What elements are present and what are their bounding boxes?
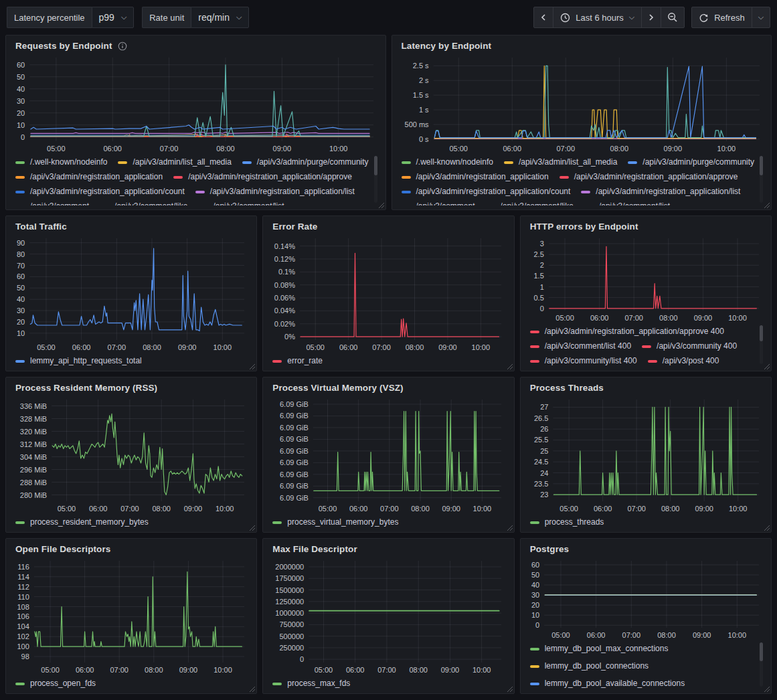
legend-item[interactable]: /api/v3/comment/list bbox=[198, 201, 284, 205]
legend-item[interactable]: /api/v3/admin/registration_application/c… bbox=[402, 186, 571, 197]
rate-unit-select[interactable]: req/min ⌵ bbox=[191, 7, 249, 28]
svg-text:06:00: 06:00 bbox=[346, 666, 365, 674]
panel-title[interactable]: Postgres bbox=[530, 544, 570, 554]
panel-title[interactable]: HTTP errors by Endpoint bbox=[530, 222, 638, 232]
legend-item[interactable]: /api/v3/admin/registration_application/l… bbox=[195, 186, 355, 197]
time-series-chart[interactable]: 00.511.522.5305:0006:0007:0008:0009:0010… bbox=[527, 233, 764, 324]
svg-text:26: 26 bbox=[540, 425, 548, 433]
panel-legend: process_threads bbox=[527, 515, 764, 528]
legend-item[interactable]: process_resident_memory_bytes bbox=[15, 517, 149, 528]
panel-resize-handle[interactable] bbox=[248, 523, 256, 531]
legend-item[interactable]: lemmy_db_pool_connections bbox=[530, 661, 649, 672]
legend-item[interactable]: process_threads bbox=[530, 517, 604, 528]
time-series-chart[interactable]: 010203040506005:0006:0007:0008:0009:0010… bbox=[527, 555, 764, 641]
svg-text:0: 0 bbox=[539, 304, 543, 313]
legend-swatch bbox=[504, 161, 513, 164]
panel-resize-handle[interactable] bbox=[505, 685, 513, 693]
svg-text:09:00: 09:00 bbox=[442, 505, 461, 513]
legend-label: /api/v3/admin/list_all_media bbox=[133, 157, 231, 168]
svg-text:336 MiB: 336 MiB bbox=[20, 402, 47, 410]
svg-text:6.09 GiB: 6.09 GiB bbox=[280, 482, 309, 490]
legend-item[interactable]: process_virtual_memory_bytes bbox=[272, 517, 398, 528]
legend-item[interactable]: /api/v3/admin/purge/community bbox=[242, 157, 369, 168]
legend-item[interactable]: lemmy_db_pool_available_connections bbox=[530, 678, 685, 689]
panel-title[interactable]: Open File Descriptors bbox=[15, 544, 110, 554]
time-series-chart[interactable]: 0 s500 ms1 s1.5 s2 s2.5 s05:0006:0007:00… bbox=[399, 52, 765, 155]
time-shift-forward-button[interactable] bbox=[641, 7, 661, 28]
legend-item[interactable]: process_open_fds bbox=[15, 678, 96, 689]
legend-label: process_resident_memory_bytes bbox=[30, 517, 149, 528]
panel-legend: process_open_fds bbox=[13, 676, 250, 689]
panel-title[interactable]: Process Virtual Memory (VSZ) bbox=[272, 383, 403, 393]
latency-percentile-select[interactable]: p99 ⌵ bbox=[92, 7, 135, 28]
refresh-button[interactable]: Refresh bbox=[691, 7, 752, 28]
panel-resize-handle[interactable] bbox=[505, 362, 513, 370]
legend-scrollbar-thumb[interactable] bbox=[760, 156, 763, 175]
panel-resize-handle[interactable] bbox=[505, 523, 513, 531]
legend-item[interactable]: /api/v3/admin/list_all_media bbox=[504, 157, 617, 168]
legend-item[interactable]: lemmy_db_pool_max_connections bbox=[530, 643, 669, 654]
time-series-chart[interactable]: 10203040506070809005:0006:0007:0008:0009… bbox=[13, 233, 250, 353]
legend-item[interactable]: /api/v3/comment bbox=[15, 201, 89, 205]
legend-item[interactable]: /api/v3/admin/registration_application bbox=[15, 171, 163, 183]
panel-resize-handle[interactable] bbox=[762, 523, 770, 531]
legend-item[interactable]: /api/v3/community/list 400 bbox=[530, 355, 637, 367]
legend-item[interactable]: lemmy_api_http_requests_total bbox=[15, 355, 142, 367]
panel-resize-handle[interactable] bbox=[248, 362, 256, 370]
panel-title[interactable]: Requests by Endpoint bbox=[15, 41, 112, 51]
panel-resize-handle[interactable] bbox=[762, 362, 770, 370]
svg-text:6.09 GiB: 6.09 GiB bbox=[280, 424, 309, 432]
legend-item[interactable]: error_rate bbox=[272, 355, 323, 367]
panel-resize-handle[interactable] bbox=[248, 685, 256, 693]
legend-item[interactable]: /api/v3/comment/like bbox=[100, 201, 187, 205]
legend-item[interactable]: /api/v3/admin/registration_application/a… bbox=[530, 326, 724, 337]
panel-title[interactable]: Error Rate bbox=[272, 222, 317, 232]
time-series-chart[interactable]: 280 MiB288 MiB296 MiB304 MiB312 MiB320 M… bbox=[13, 394, 250, 515]
time-series-chart[interactable]: 9810010210410610811011211411605:0006:000… bbox=[13, 555, 250, 676]
time-series-chart[interactable]: 6.09 GiB6.09 GiB6.09 GiB6.09 GiB6.09 GiB… bbox=[270, 394, 507, 515]
legend-item[interactable]: /api/v3/comment/list bbox=[584, 201, 670, 205]
time-series-chart[interactable]: 0250000500000750000100000012500001500000… bbox=[270, 555, 507, 676]
legend-item[interactable]: /api/v3/admin/purge/community bbox=[628, 157, 754, 168]
info-icon[interactable] bbox=[118, 41, 127, 51]
panel-resize-handle[interactable] bbox=[762, 201, 770, 209]
legend-item[interactable]: /api/v3/admin/registration_application/c… bbox=[15, 186, 185, 197]
time-series-chart[interactable]: 010203040506005:0006:0007:0008:0009:0010… bbox=[13, 52, 379, 155]
legend-item[interactable]: /api/v3/admin/registration_application/a… bbox=[559, 171, 738, 183]
legend-item[interactable]: process_max_fds bbox=[272, 678, 350, 689]
panel-resize-handle[interactable] bbox=[377, 201, 385, 209]
svg-text:0.14%: 0.14% bbox=[274, 242, 295, 250]
legend-item[interactable]: /api/v3/community 400 bbox=[642, 341, 737, 352]
panel-title[interactable]: Process Resident Memory (RSS) bbox=[15, 383, 157, 393]
svg-text:07:00: 07:00 bbox=[624, 314, 643, 322]
time-series-chart[interactable]: 0%0.02%0.04%0.06%0.08%0.1%0.12%0.14%05:0… bbox=[270, 233, 507, 353]
time-range-picker-button[interactable]: Last 6 hours ⌵ bbox=[553, 7, 642, 28]
legend-scrollbar-thumb[interactable] bbox=[760, 642, 763, 661]
panel-resize-handle[interactable] bbox=[762, 685, 770, 693]
panel-header: Max File Descriptor bbox=[270, 543, 507, 555]
svg-text:6.09 GiB: 6.09 GiB bbox=[280, 494, 309, 502]
panel-title[interactable]: Latency by Endpoint bbox=[402, 41, 492, 51]
time-shift-back-button[interactable] bbox=[533, 7, 553, 28]
legend-scrollbar-thumb[interactable] bbox=[760, 325, 763, 341]
legend-item[interactable]: /api/v3/admin/list_all_media bbox=[118, 157, 231, 168]
panel-title[interactable]: Total Traffic bbox=[15, 222, 67, 232]
legend-item[interactable]: /api/v3/admin/registration_application/a… bbox=[173, 171, 352, 183]
legend-scrollbar-thumb[interactable] bbox=[374, 156, 377, 175]
panel-title[interactable]: Process Threads bbox=[530, 383, 604, 393]
legend-item[interactable]: /api/v3/comment/list 400 bbox=[530, 341, 631, 352]
legend-item[interactable]: /api/v3/comment bbox=[402, 201, 475, 205]
legend-item[interactable]: /.well-known/nodeinfo bbox=[402, 157, 493, 168]
legend-item[interactable]: /api/v3/admin/registration_application bbox=[402, 171, 549, 183]
svg-text:288 MiB: 288 MiB bbox=[20, 478, 47, 487]
svg-text:07:00: 07:00 bbox=[556, 145, 575, 153]
legend-item[interactable]: /api/v3/admin/registration_application/l… bbox=[581, 186, 740, 197]
legend-item[interactable]: /api/v3/post 400 bbox=[648, 355, 719, 367]
panel-title[interactable]: Max File Descriptor bbox=[272, 544, 357, 554]
zoom-out-time-button[interactable] bbox=[661, 7, 685, 28]
refresh-interval-button[interactable]: ⌵ bbox=[752, 7, 770, 28]
time-series-chart[interactable]: 2323.52424.52525.52626.52705:0006:0007:0… bbox=[527, 394, 764, 515]
legend-item[interactable]: /api/v3/comment/like bbox=[486, 201, 574, 205]
legend-item[interactable]: /.well-known/nodeinfo bbox=[15, 157, 107, 168]
svg-text:07:00: 07:00 bbox=[108, 343, 126, 351]
